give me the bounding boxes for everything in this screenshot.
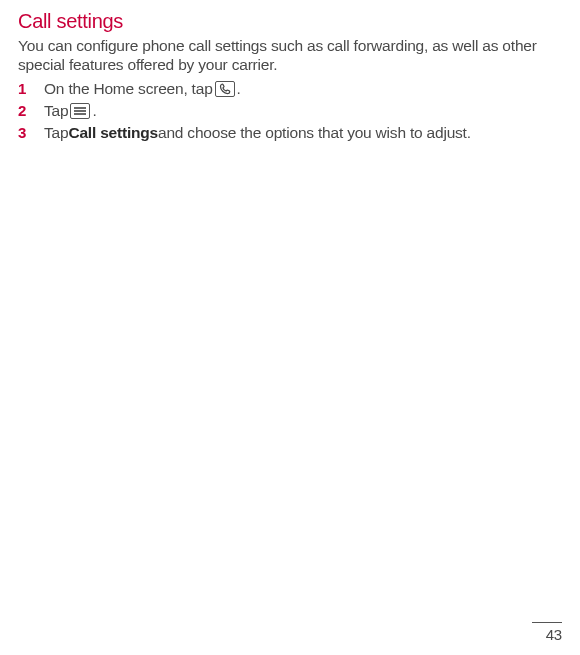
step-2-post: . bbox=[92, 101, 96, 122]
step-number: 1 bbox=[18, 79, 44, 99]
step-1-post: . bbox=[237, 79, 241, 100]
intro-paragraph: You can configure phone call settings su… bbox=[18, 36, 562, 75]
step-number: 2 bbox=[18, 101, 44, 121]
step-1-pre: On the Home screen, tap bbox=[44, 79, 213, 100]
page-number: 43 bbox=[546, 626, 562, 643]
step-1: 1 On the Home screen, tap . bbox=[18, 79, 562, 100]
step-text: Tap Call settings and choose the options… bbox=[44, 123, 471, 144]
menu-icon bbox=[70, 103, 90, 119]
step-3-post: and choose the options that you wish to … bbox=[158, 123, 471, 144]
phone-icon bbox=[215, 81, 235, 97]
steps-list: 1 On the Home screen, tap . 2 Tap . bbox=[18, 79, 562, 144]
step-3-bold: Call settings bbox=[68, 123, 158, 144]
step-3: 3 Tap Call settings and choose the optio… bbox=[18, 123, 562, 144]
step-2-pre: Tap bbox=[44, 101, 68, 122]
footer-rule bbox=[532, 622, 562, 623]
step-3-pre: Tap bbox=[44, 123, 68, 144]
step-number: 3 bbox=[18, 123, 44, 143]
step-text: Tap . bbox=[44, 101, 97, 122]
step-2: 2 Tap . bbox=[18, 101, 562, 122]
section-title: Call settings bbox=[18, 10, 562, 33]
step-text: On the Home screen, tap . bbox=[44, 79, 241, 100]
